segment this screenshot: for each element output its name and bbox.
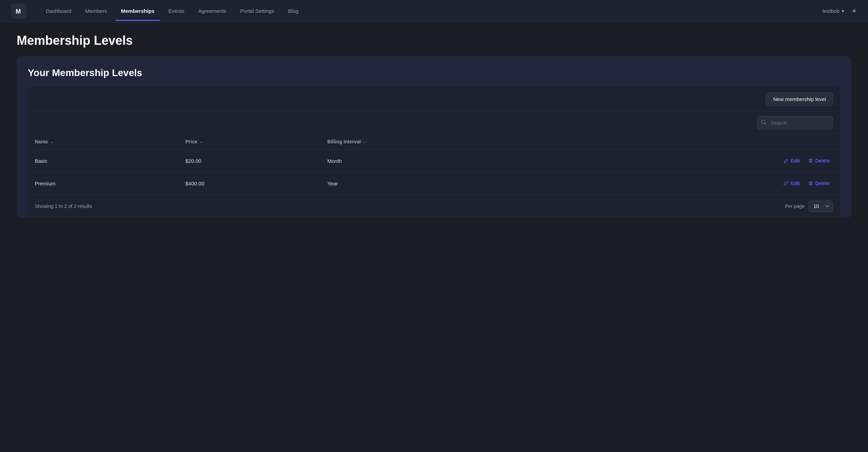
nav-user[interactable]: testbob ▾ (822, 8, 844, 14)
card-title: Your Membership Levels (28, 67, 840, 78)
logo-icon: M (14, 6, 24, 16)
table-toolbar: New membership level (28, 87, 840, 112)
col-actions (550, 134, 840, 150)
cell-actions-1: Edit Delete (550, 172, 840, 195)
membership-levels-table: Name ⌄ Price ⌄ Billing i (28, 134, 840, 194)
nav-memberships[interactable]: Memberships (115, 1, 160, 21)
theme-icon: ☀ (851, 7, 857, 15)
table-row: Premium $400.00 Year Edit Delete (28, 172, 840, 195)
col-billing-sort-icon: ⌄ (363, 139, 366, 144)
col-price-label: Price (186, 139, 197, 144)
col-price-sort-icon: ⌄ (199, 139, 203, 144)
per-page-label: Per page (785, 203, 805, 209)
cell-billing-0: Month (320, 150, 550, 172)
cell-price-0: $20.00 (179, 150, 320, 172)
col-billing-label: Billing interval (327, 139, 361, 144)
search-bar (28, 112, 840, 134)
table-row: Basic $20.00 Month Edit Delete (28, 150, 840, 172)
col-name-sort-icon: ⌄ (50, 139, 54, 144)
nav-events[interactable]: Events (163, 1, 190, 21)
cell-name-1: Premium (28, 172, 179, 195)
col-name: Name ⌄ (28, 134, 179, 150)
per-page-select[interactable]: 102550100 (808, 200, 833, 212)
table-header-row: Name ⌄ Price ⌄ Billing i (28, 134, 840, 150)
table-body: Basic $20.00 Month Edit Delete Premiu (28, 150, 840, 195)
results-count: Showing 1 to 2 of 2 results (35, 203, 92, 209)
delete-icon-0 (808, 158, 813, 163)
nav-blog[interactable]: Blog (282, 1, 304, 21)
col-billing: Billing interval ⌄ (320, 134, 550, 150)
page-header: Membership Levels (0, 22, 868, 56)
cell-billing-1: Year (320, 172, 550, 195)
new-membership-level-button[interactable]: New membership level (766, 92, 833, 106)
col-billing-sortable[interactable]: Billing interval ⌄ (327, 139, 366, 144)
svg-text:M: M (16, 8, 21, 15)
edit-button-0[interactable]: Edit (780, 156, 803, 166)
delete-button-1[interactable]: Delete (805, 178, 833, 188)
edit-icon-1 (784, 181, 788, 186)
membership-levels-card: Your Membership Levels New membership le… (17, 56, 851, 218)
per-page-wrapper: Per page 102550100 (785, 200, 833, 212)
nav-agreements[interactable]: Agreements (193, 1, 232, 21)
col-name-sortable[interactable]: Name ⌄ (35, 139, 54, 144)
page-title: Membership Levels (17, 33, 851, 48)
delete-icon-1 (808, 181, 813, 186)
col-price-sortable[interactable]: Price ⌄ (186, 139, 203, 144)
nav-right: testbob ▾ ☀ (822, 7, 857, 15)
cell-actions-0: Edit Delete (550, 150, 840, 172)
col-name-label: Name (35, 139, 48, 144)
navbar: M Dashboard Members Memberships Events A… (0, 0, 868, 22)
cell-price-1: $400.00 (179, 172, 320, 195)
col-price: Price ⌄ (179, 134, 320, 150)
nav-links: Dashboard Members Memberships Events Agr… (40, 1, 822, 21)
nav-portal-settings[interactable]: Portal Settings (235, 1, 280, 21)
nav-dashboard[interactable]: Dashboard (40, 1, 77, 21)
table-head: Name ⌄ Price ⌄ Billing i (28, 134, 840, 150)
search-wrapper (757, 116, 833, 129)
table-container: New membership level (28, 87, 840, 218)
nav-username: testbob (822, 8, 840, 14)
edit-button-1[interactable]: Edit (780, 178, 803, 188)
nav-members[interactable]: Members (80, 1, 113, 21)
main-content: Your Membership Levels New membership le… (0, 56, 868, 234)
logo[interactable]: M (11, 3, 26, 19)
cell-name-0: Basic (28, 150, 179, 172)
nav-user-chevron: ▾ (842, 8, 844, 14)
delete-button-0[interactable]: Delete (805, 156, 833, 166)
edit-icon-0 (784, 158, 788, 163)
search-input[interactable] (757, 116, 833, 129)
theme-toggle-button[interactable]: ☀ (851, 7, 857, 15)
table-footer: Showing 1 to 2 of 2 results Per page 102… (28, 194, 840, 218)
